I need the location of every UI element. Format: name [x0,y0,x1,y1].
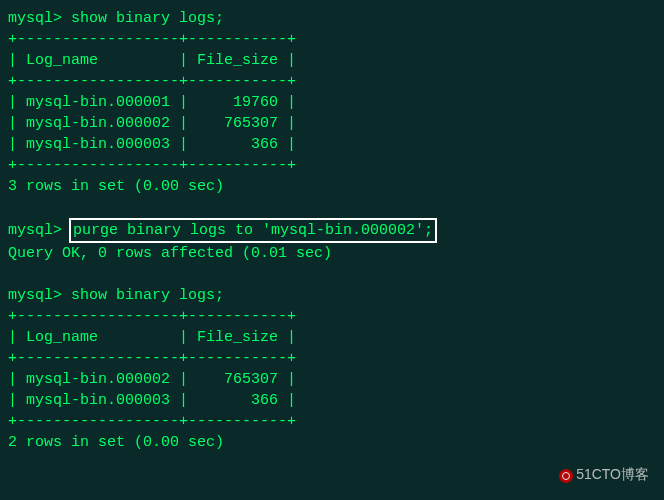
query-result: Query OK, 0 rows affected (0.01 sec) [8,243,656,264]
table-border: +------------------+-----------+ [8,71,656,92]
watermark-text: 51CTO博客 [576,466,649,482]
blank-line [8,264,656,285]
highlighted-command: purge binary logs to 'mysql-bin.000002'; [69,218,437,243]
result-summary: 3 rows in set (0.00 sec) [8,176,656,197]
table-row: | mysql-bin.000003 | 366 | [8,134,656,155]
table-row: | mysql-bin.000001 | 19760 | [8,92,656,113]
prompt: mysql> [8,222,62,239]
command-text: show binary logs; [71,287,224,304]
table-border: +------------------+-----------+ [8,155,656,176]
cmd-line-2: mysql> purge binary logs to 'mysql-bin.0… [8,218,656,243]
command-text: show binary logs; [71,10,224,27]
table-border: +------------------+-----------+ [8,306,656,327]
table-row: | mysql-bin.000003 | 366 | [8,390,656,411]
prompt: mysql> [8,287,62,304]
cmd-line-3: mysql> show binary logs; [8,285,656,306]
table-row: | mysql-bin.000002 | 765307 | [8,113,656,134]
blank-line [8,197,656,218]
table-header: | Log_name | File_size | [8,327,656,348]
cmd-line-1: mysql> show binary logs; [8,8,656,29]
watermark: 51CTO博客 [559,465,649,485]
watermark-icon [559,469,573,483]
table-row: | mysql-bin.000002 | 765307 | [8,369,656,390]
table-border: +------------------+-----------+ [8,348,656,369]
result-summary: 2 rows in set (0.00 sec) [8,432,656,453]
table-border: +------------------+-----------+ [8,29,656,50]
prompt: mysql> [8,10,62,27]
table-border: +------------------+-----------+ [8,411,656,432]
table-header: | Log_name | File_size | [8,50,656,71]
